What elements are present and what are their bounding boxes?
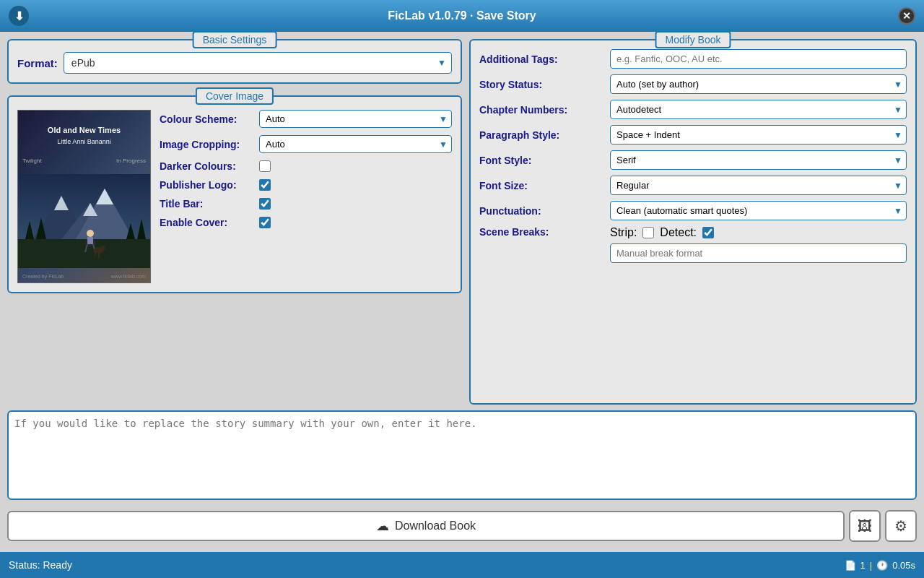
cover-inner: Old and New Times Little Anni Bananni Tw… <box>17 110 452 283</box>
svg-point-18 <box>101 246 105 250</box>
svg-rect-14 <box>87 237 93 244</box>
font-style-label: Font Style: <box>479 155 606 166</box>
colour-scheme-select[interactable]: Auto Dark Light <box>259 110 452 128</box>
scene-breaks-row: Scene Breaks: Strip: Detect: <box>479 226 907 263</box>
story-status-dropdown-wrapper: Auto (set by author) Complete In Progres… <box>610 74 907 94</box>
modify-book-title: Modify Book <box>655 31 731 48</box>
save-image-button[interactable]: 🖼 <box>849 510 881 542</box>
cover-status: In Progress <box>116 158 146 164</box>
punctuation-label: Punctuation: <box>479 205 606 217</box>
status-bar: Status: Ready 📄 1 | 🕐 0.05s <box>0 552 924 578</box>
strip-checkbox[interactable] <box>642 227 654 238</box>
clock-icon: 🕐 <box>876 560 888 571</box>
darker-colours-row: Darker Colours: <box>160 160 452 172</box>
colour-scheme-label: Colour Scheme: <box>160 113 253 125</box>
page-icon: 📄 <box>845 560 856 571</box>
cover-options: Colour Scheme: Auto Dark Light ▼ <box>160 110 452 283</box>
title-bar: ⬇ FicLab v1.0.79 · Save Story ✕ <box>0 0 924 32</box>
detect-label: Detect: <box>660 226 697 239</box>
title-bar-row: Title Bar: <box>160 198 452 210</box>
main-content: Basic Settings Format: ePub MOBI PDF DOC… <box>0 32 924 552</box>
colour-scheme-row: Colour Scheme: Auto Dark Light ▼ <box>160 110 452 128</box>
darker-colours-checkbox[interactable] <box>259 160 271 172</box>
format-label: Format: <box>17 57 58 69</box>
cover-book-title: Old and New Times Little Anni Bananni <box>18 125 150 147</box>
basic-settings-box: Basic Settings Format: ePub MOBI PDF DOC… <box>7 39 462 84</box>
window-title: FicLab v1.0.79 · Save Story <box>388 9 536 22</box>
left-panel: Basic Settings Format: ePub MOBI PDF DOC… <box>7 39 462 405</box>
enable-cover-label: Enable Cover: <box>160 217 253 228</box>
paragraph-style-select[interactable]: Space + Indent Space Indent None <box>610 125 907 144</box>
story-status-row: Story Status: Auto (set by author) Compl… <box>479 74 907 94</box>
summary-textarea[interactable] <box>14 418 910 490</box>
image-cropping-dropdown-wrapper: Auto Top Center ▼ <box>259 135 452 153</box>
title-bar-checkbox[interactable] <box>259 198 271 210</box>
chapter-numbers-dropdown-wrapper: Autodetect On Off ▼ <box>610 100 907 119</box>
summary-box <box>7 410 917 500</box>
download-button[interactable]: ☁ Download Book <box>7 511 845 541</box>
publisher-logo-checkbox[interactable] <box>259 179 271 191</box>
font-style-select[interactable]: Serif Sans-Serif Monospace <box>610 150 907 170</box>
svg-point-13 <box>87 230 94 237</box>
font-style-dropdown-wrapper: Serif Sans-Serif Monospace ▼ <box>610 150 907 170</box>
paragraph-style-dropdown-wrapper: Space + Indent Space Indent None ▼ <box>610 125 907 144</box>
cover-footer-right: www.ficlab.com <box>111 274 146 279</box>
strip-label: Strip: <box>610 226 637 239</box>
punctuation-row: Punctuation: Clean (automatic smart quot… <box>479 201 907 220</box>
story-status-select[interactable]: Auto (set by author) Complete In Progres… <box>610 74 907 94</box>
image-cropping-select[interactable]: Auto Top Center <box>259 135 452 153</box>
cover-preview: Old and New Times Little Anni Bananni Tw… <box>17 110 151 283</box>
paragraph-style-label: Paragraph Style: <box>479 129 606 141</box>
font-size-dropdown-wrapper: Regular Small Large X-Large ▼ <box>610 176 907 195</box>
chapter-numbers-row: Chapter Numbers: Autodetect On Off ▼ <box>479 100 907 119</box>
separator: | <box>870 560 872 571</box>
detect-checkbox[interactable] <box>702 227 714 238</box>
font-size-label: Font Size: <box>479 180 606 191</box>
image-cropping-label: Image Cropping: <box>160 139 253 150</box>
publisher-logo-label: Publisher Logo: <box>160 179 253 191</box>
darker-colours-label: Darker Colours: <box>160 160 253 172</box>
modify-book-box: Modify Book Additional Tags: Story Statu… <box>469 39 917 405</box>
save-image-icon: 🖼 <box>858 518 872 535</box>
chapter-numbers-select[interactable]: Autodetect On Off <box>610 100 907 119</box>
story-status-label: Story Status: <box>479 79 606 90</box>
scene-breaks-label: Scene Breaks: <box>479 226 606 238</box>
chapter-numbers-label: Chapter Numbers: <box>479 104 606 116</box>
title-bar-label: Title Bar: <box>160 198 253 210</box>
font-size-row: Font Size: Regular Small Large X-Large ▼ <box>479 176 907 195</box>
punctuation-select[interactable]: Clean (automatic smart quotes) Original … <box>610 201 907 220</box>
image-cropping-row: Image Cropping: Auto Top Center ▼ <box>160 135 452 153</box>
cover-footer-left: Created by FicLab <box>22 274 64 279</box>
cover-scene-svg <box>18 174 151 268</box>
format-select[interactable]: ePub MOBI PDF DOCX <box>64 52 452 74</box>
app-icon: ⬇ <box>9 6 29 26</box>
format-row: Format: ePub MOBI PDF DOCX ▼ <box>17 52 452 74</box>
download-cloud-icon: ☁ <box>376 518 389 534</box>
cover-fandom: Twilight <box>22 158 42 164</box>
bottom-bar: ☁ Download Book 🖼 ⚙ <box>7 506 917 545</box>
manual-break-input[interactable] <box>610 243 907 263</box>
additional-tags-row: Additional Tags: <box>479 49 907 69</box>
punctuation-dropdown-wrapper: Clean (automatic smart quotes) Original … <box>610 201 907 220</box>
font-size-select[interactable]: Regular Small Large X-Large <box>610 176 907 195</box>
enable-cover-checkbox[interactable] <box>259 217 271 228</box>
paragraph-style-row: Paragraph Style: Space + Indent Space In… <box>479 125 907 144</box>
render-time: 0.05s <box>892 560 915 571</box>
scene-breaks-controls: Strip: Detect: <box>610 226 907 263</box>
enable-cover-row: Enable Cover: <box>160 217 452 228</box>
gear-icon: ⚙ <box>894 517 907 535</box>
close-button[interactable]: ✕ <box>898 7 915 25</box>
additional-tags-input[interactable] <box>610 49 907 69</box>
page-count: 1 <box>860 560 866 571</box>
publisher-logo-row: Publisher Logo: <box>160 179 452 191</box>
settings-button[interactable]: ⚙ <box>885 510 917 542</box>
status-right: 📄 1 | 🕐 0.05s <box>845 560 915 571</box>
top-panels: Basic Settings Format: ePub MOBI PDF DOC… <box>7 39 917 405</box>
status-text: Status: Ready <box>9 559 72 571</box>
format-dropdown-wrapper: ePub MOBI PDF DOCX ▼ <box>64 52 452 74</box>
colour-scheme-dropdown-wrapper: Auto Dark Light ▼ <box>259 110 452 128</box>
cover-image-title: Cover Image <box>196 87 274 105</box>
font-style-row: Font Style: Serif Sans-Serif Monospace ▼ <box>479 150 907 170</box>
basic-settings-title: Basic Settings <box>193 31 277 48</box>
svg-rect-7 <box>18 239 151 268</box>
